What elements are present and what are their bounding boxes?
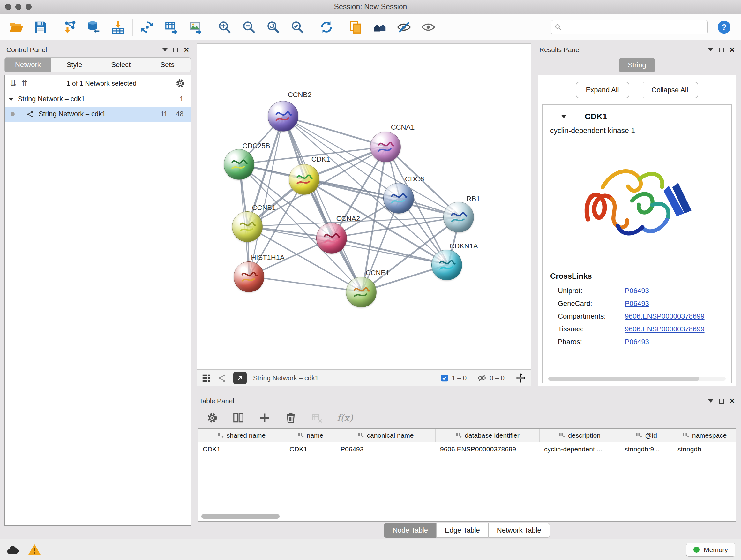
copy-document-icon[interactable] [348, 20, 363, 35]
tab-network-table[interactable]: Network Table [488, 523, 550, 538]
network-row[interactable]: String Network – cdk1 11 48 [5, 107, 191, 122]
tab-edge-table[interactable]: Edge Table [436, 523, 488, 538]
refresh-view-icon[interactable] [319, 20, 334, 35]
save-session-icon[interactable] [33, 20, 48, 35]
cell-at-id[interactable]: stringdb:9... [620, 442, 673, 456]
network-node-cdc25b[interactable] [224, 149, 254, 180]
network-node-ccnb2[interactable] [268, 101, 298, 132]
network-node-hist1h1a[interactable] [233, 261, 264, 292]
search-input[interactable] [564, 23, 704, 31]
open-in-new-window-button[interactable] [233, 372, 247, 384]
cell-description[interactable]: cyclin-dependent ... [540, 442, 620, 456]
export-image-icon[interactable] [188, 20, 203, 35]
import-network-file-icon[interactable] [62, 20, 77, 35]
network-node-cdkn1a[interactable] [431, 250, 462, 280]
tab-style[interactable]: Style [51, 57, 98, 72]
expand-all-networks-icon[interactable]: ⇈ [21, 79, 28, 87]
column-header-canonical-name[interactable]: canonical name [336, 429, 435, 442]
cloud-icon[interactable] [6, 543, 20, 557]
column-header-description[interactable]: description [540, 429, 620, 442]
network-tools-icon[interactable] [140, 20, 154, 35]
import-network-database-icon[interactable] [86, 20, 101, 35]
minimize-window-button[interactable] [15, 4, 21, 10]
cell-canonical-name[interactable]: P06493 [336, 442, 435, 456]
network-share-icon[interactable] [217, 373, 227, 383]
network-node-ccna2[interactable] [316, 223, 347, 253]
protein-card-caret-icon[interactable] [561, 115, 567, 118]
cell-name[interactable]: CDK1 [285, 442, 336, 456]
collapse-all-networks-icon[interactable]: ⇊ [10, 79, 17, 87]
close-window-button[interactable] [5, 4, 11, 10]
cell-shared-name[interactable]: CDK1 [198, 442, 285, 456]
network-edge-cdk1-rb1[interactable] [305, 179, 460, 217]
warning-icon[interactable] [27, 543, 42, 557]
zoom-window-button[interactable] [25, 4, 31, 10]
network-edge-hist1h1a-ccne1[interactable] [249, 276, 362, 292]
cell-database-identifier[interactable]: 9606.ENSP00000378699 [435, 442, 540, 456]
zoom-selected-icon[interactable] [290, 20, 305, 35]
export-table-icon[interactable] [164, 20, 179, 35]
tab-select[interactable]: Select [98, 57, 144, 72]
maximize-table-panel-icon[interactable] [719, 399, 724, 403]
collapse-all-button[interactable]: Collapse All [642, 82, 698, 98]
show-graphics-details-icon[interactable] [421, 20, 435, 35]
tab-network[interactable]: Network [4, 57, 51, 72]
string-home-icon[interactable] [373, 20, 387, 35]
float-panel-icon[interactable] [162, 48, 167, 51]
hidden-eye-slash-icon[interactable] [477, 374, 486, 382]
cell-namespace[interactable]: stringdb [673, 442, 736, 456]
zoom-out-icon[interactable] [242, 20, 256, 35]
birds-eye-view-icon[interactable] [201, 373, 211, 383]
search-box[interactable] [551, 20, 708, 34]
function-builder-icon[interactable]: f(x) [337, 413, 353, 423]
network-node-ccna1[interactable] [370, 132, 401, 162]
column-header-name[interactable]: name [285, 429, 336, 442]
tab-sets[interactable]: Sets [144, 57, 191, 72]
network-node-cdc6[interactable] [383, 183, 414, 213]
network-canvas[interactable]: CCNB2CCNA1CDC25BCDK1CDC6RB1CCNB1CCNA2CDK… [197, 44, 531, 370]
network-edge-ccnb2-ccne1[interactable] [284, 116, 362, 292]
crosslink-link[interactable]: P06493 [625, 338, 649, 346]
tab-node-table[interactable]: Node Table [384, 523, 436, 538]
help-icon[interactable]: ? [717, 20, 731, 35]
collection-caret-icon[interactable] [9, 98, 14, 101]
zoom-fit-icon[interactable] [266, 20, 280, 35]
string-results-tab[interactable]: String [619, 58, 655, 72]
close-results-panel-icon[interactable]: × [730, 47, 735, 53]
crosslink-link[interactable]: P06493 [625, 287, 649, 295]
zoom-in-icon[interactable] [217, 20, 232, 35]
close-panel-icon[interactable]: × [184, 47, 189, 53]
table-horizontal-scrollbar[interactable] [201, 514, 732, 519]
network-node-cdk1[interactable] [289, 164, 320, 195]
table-row[interactable]: CDK1 CDK1 P06493 9606.ENSP00000378699 cy… [198, 442, 736, 456]
network-node-rb1[interactable] [443, 202, 474, 233]
import-table-icon[interactable] [111, 20, 125, 35]
memory-button[interactable]: Memory [686, 543, 735, 557]
show-columns-icon[interactable] [232, 412, 245, 424]
maximize-results-panel-icon[interactable] [719, 48, 724, 52]
hide-annotations-icon[interactable] [397, 20, 411, 35]
crosslink-link[interactable]: 9606.ENSP00000378699 [625, 312, 704, 320]
selected-checkbox-icon[interactable] [441, 374, 449, 382]
move-crosshair-icon[interactable] [515, 373, 526, 383]
expand-all-button[interactable]: Expand All [576, 82, 629, 98]
open-session-icon[interactable] [9, 20, 23, 35]
column-header-database-identifier[interactable]: database identifier [435, 429, 540, 442]
column-header-namespace[interactable]: namespace [673, 429, 736, 442]
column-header-at-id[interactable]: @id [620, 429, 673, 442]
crosslink-link[interactable]: P06493 [625, 300, 649, 308]
float-table-panel-icon[interactable] [708, 399, 713, 402]
network-edge-ccna2-cdkn1a[interactable] [332, 238, 448, 265]
table-options-gear-icon[interactable] [206, 412, 218, 424]
network-edge-ccnb2-hist1h1a[interactable] [249, 116, 284, 276]
float-results-panel-icon[interactable] [708, 48, 713, 51]
close-table-panel-icon[interactable]: × [730, 398, 735, 404]
network-node-ccnb1[interactable] [232, 211, 263, 242]
crosslink-link[interactable]: 9606.ENSP00000378699 [625, 325, 704, 333]
results-horizontal-scrollbar[interactable] [548, 377, 726, 381]
column-header-shared-name[interactable]: shared name [198, 429, 285, 442]
delete-column-trash-icon[interactable] [285, 412, 297, 424]
maximize-panel-icon[interactable] [173, 48, 178, 52]
network-options-gear-icon[interactable] [175, 78, 185, 88]
scrollbar-thumb[interactable] [201, 514, 280, 519]
